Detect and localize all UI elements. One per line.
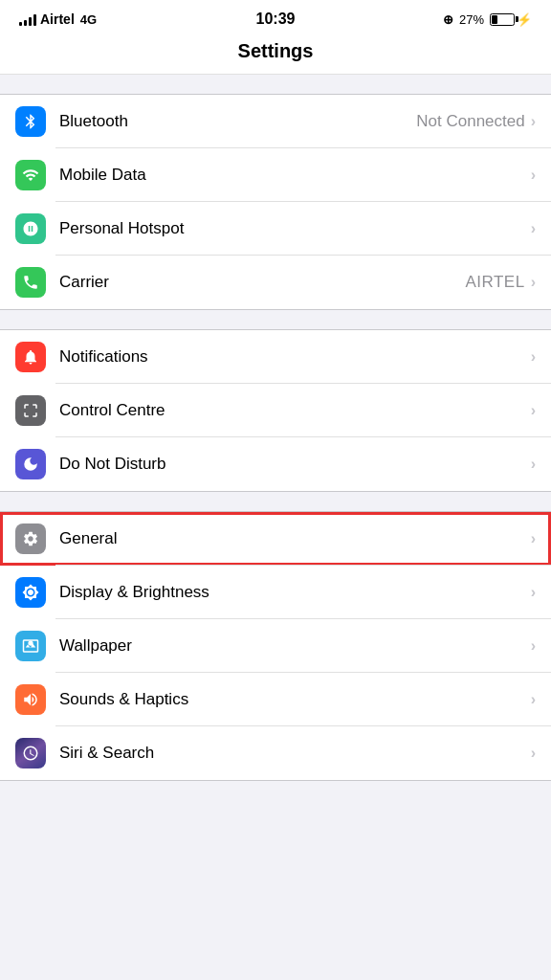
general-label: General [59, 529, 531, 548]
carrier-label: Airtel [40, 11, 75, 27]
do-not-disturb-label: Do Not Disturb [59, 455, 531, 474]
settings-row-wallpaper[interactable]: Wallpaper › [0, 619, 551, 673]
settings-row-control-centre[interactable]: Control Centre › [0, 384, 551, 437]
status-right: ⊕ 27% ⚡ [443, 12, 532, 27]
settings-row-display-brightness[interactable]: Display & Brightness › [0, 566, 551, 619]
settings-row-general[interactable]: General › [0, 512, 551, 566]
settings-group-connectivity: Bluetooth Not Connected › Mobile Data › … [0, 94, 551, 310]
settings-row-do-not-disturb[interactable]: Do Not Disturb › [0, 437, 551, 491]
display-brightness-chevron: › [531, 584, 536, 601]
battery-percent: 27% [459, 12, 484, 27]
network-type-label: 4G [80, 12, 97, 27]
settings-group-device: General › Display & Brightness › Wallpap… [0, 511, 551, 781]
do-not-disturb-chevron: › [531, 456, 536, 473]
mobile-data-icon [15, 160, 46, 190]
display-brightness-icon [15, 577, 46, 608]
carrier-icon [15, 267, 46, 298]
bluetooth-value: Not Connected [416, 112, 524, 131]
personal-hotspot-label: Personal Hotspot [59, 219, 531, 238]
control-centre-label: Control Centre [59, 401, 531, 420]
bluetooth-chevron: › [531, 113, 536, 130]
status-left: Airtel 4G [19, 11, 97, 27]
siri-search-chevron: › [531, 745, 536, 762]
charging-icon: ⚡ [517, 12, 532, 27]
battery-icon [490, 13, 515, 26]
settings-group-system: Notifications › Control Centre › Do Not … [0, 329, 551, 492]
bluetooth-icon [15, 106, 46, 137]
siri-search-label: Siri & Search [59, 744, 531, 763]
settings-row-mobile-data[interactable]: Mobile Data › [0, 148, 551, 202]
general-chevron: › [531, 530, 536, 547]
settings-row-bluetooth[interactable]: Bluetooth Not Connected › [0, 95, 551, 148]
wallpaper-icon [15, 631, 46, 661]
general-icon [15, 523, 46, 554]
personal-hotspot-chevron: › [531, 220, 536, 237]
sounds-haptics-chevron: › [531, 691, 536, 708]
notifications-chevron: › [531, 348, 536, 366]
page-title: Settings [0, 33, 551, 75]
wallpaper-chevron: › [531, 637, 536, 655]
wallpaper-label: Wallpaper [59, 636, 531, 656]
notifications-label: Notifications [59, 347, 531, 367]
status-time: 10:39 [256, 11, 296, 28]
bluetooth-label: Bluetooth [59, 112, 416, 131]
do-not-disturb-icon [15, 449, 46, 479]
carrier-label: Carrier [59, 273, 465, 292]
sounds-haptics-icon [15, 684, 46, 715]
personal-hotspot-icon [15, 213, 46, 244]
carrier-chevron: › [531, 274, 536, 291]
location-icon: ⊕ [443, 12, 453, 27]
siri-search-icon [15, 738, 46, 768]
settings-row-carrier[interactable]: Carrier AIRTEL › [0, 256, 551, 309]
carrier-value: AIRTEL [465, 273, 524, 292]
mobile-data-label: Mobile Data [59, 166, 531, 185]
signal-bars-icon [19, 12, 36, 26]
notifications-icon [15, 342, 46, 372]
settings-row-notifications[interactable]: Notifications › [0, 330, 551, 384]
sounds-haptics-label: Sounds & Haptics [59, 690, 531, 709]
settings-row-sounds-haptics[interactable]: Sounds & Haptics › [0, 673, 551, 726]
settings-row-personal-hotspot[interactable]: Personal Hotspot › [0, 202, 551, 256]
status-bar: Airtel 4G 10:39 ⊕ 27% ⚡ [0, 0, 551, 33]
display-brightness-label: Display & Brightness [59, 583, 531, 602]
control-centre-icon [15, 395, 46, 426]
control-centre-chevron: › [531, 402, 536, 419]
settings-row-siri-search[interactable]: Siri & Search › [0, 726, 551, 780]
mobile-data-chevron: › [531, 167, 536, 184]
